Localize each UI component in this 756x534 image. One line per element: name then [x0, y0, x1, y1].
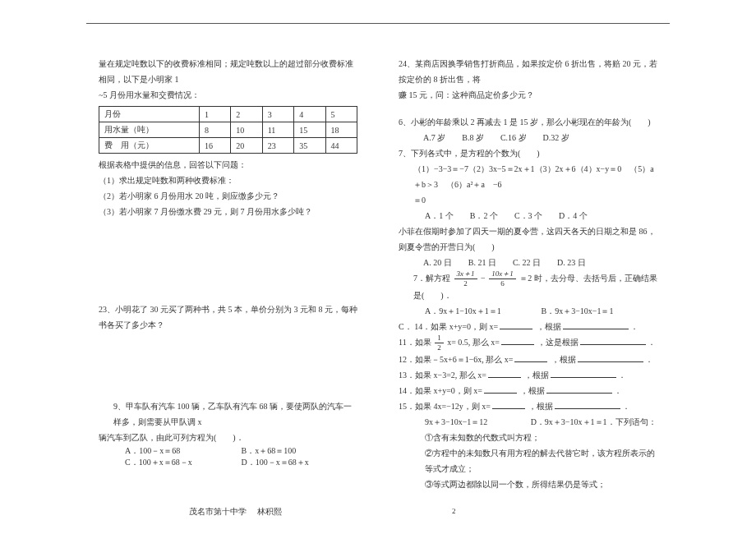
blank	[514, 354, 547, 362]
q24-line2: 赚 15 元，问：这种商品定价多少元？	[399, 87, 657, 103]
q7-items: （1）−3−3＝−7（2）3x−5＝2x＋1（3）2x＋6（4）x−y＝0 （5…	[399, 161, 657, 192]
q14: C． 14．如果 x+y=0，则 x= ，根据．	[399, 319, 657, 334]
th-2: 2	[231, 107, 262, 122]
q23: 23、小明花了 30 元买了两种书，共 5 本，单价分别为 3 元和 8 元，每…	[99, 302, 357, 333]
water-usage-table: 月份 1 2 3 4 5 用水量（吨） 8 10 11 15 18 费 用（元）…	[99, 106, 357, 154]
frac-2: 10x＋1 6	[489, 270, 516, 288]
q7b-opt-b: B．9x＋3−10x−1＝1	[542, 303, 658, 319]
minus: −	[481, 274, 486, 283]
q9-opt-a: A．100－x＝68	[125, 445, 242, 457]
eq-row: 9x＋3−10x−1＝12 D．9x＋3−10x＋1＝1．下列语句：	[399, 414, 657, 430]
footer-teacher: 林积熙	[257, 507, 282, 516]
left-column: 量在规定吨数以下的收费标准相同；规定吨数以上的超过部分收费标准相同，以下是小明家…	[99, 56, 357, 509]
q24-line1: 24、某商店因换季销售打折商品，如果按定价 6 折出售，将赔 20 元，若按定价…	[399, 56, 657, 87]
intro-line-1: 量在规定吨数以下的收费标准相同；规定吨数以上的超过部分收费标准相同，以下是小明家…	[99, 56, 357, 87]
r2c0: 费 用（元）	[99, 138, 200, 154]
q11: 11．如果 1 2 x= 0.5, 那么 x= ，这是根据．	[399, 334, 657, 352]
q9-opt-b: B．x＋68＝100	[242, 445, 358, 457]
q7b: 7．解方程 3x＋1 2 − 10x＋1 6 ＝2 时，去分母、去括号后，正确结…	[399, 270, 657, 303]
sub-q2: （2）若小明家 6 月份用水 20 吨，则应缴多少元？	[99, 188, 357, 204]
right-column: 24、某商店因换季销售打折商品，如果按定价 6 折出售，将赔 20 元，若按定价…	[399, 56, 657, 509]
table-row: 月份 1 2 3 4 5	[99, 107, 357, 122]
frac-half: 1 2	[435, 334, 444, 352]
q6-opts: A.7 岁 B.8 岁 C.16 岁 D.32 岁	[399, 130, 657, 145]
after-table-text: 根据表格中提供的信息，回答以下问题：	[99, 157, 357, 173]
table-row: 费 用（元） 16 20 23 35 44	[99, 138, 357, 154]
frac-1: 3x＋1 2	[454, 270, 477, 288]
blank	[578, 354, 643, 362]
header-divider	[86, 23, 670, 24]
qfei: 小菲在假期时参加了四天一期的夏令营，这四天各天的日期之和是 86，则夏令营的开营…	[399, 223, 657, 255]
blank	[492, 401, 525, 409]
blank	[563, 321, 629, 329]
blank	[488, 370, 521, 378]
q7: 7、下列各式中，是方程的个数为( )	[399, 145, 657, 161]
q9-options: A．100－x＝68 B．x＋68＝100	[99, 445, 357, 457]
blank	[500, 321, 532, 329]
blank	[580, 337, 646, 345]
q9-opt-d: D．100－x＝68＋x	[242, 457, 358, 468]
q9-line2: 辆汽车到乙队，由此可列方程为( )．	[99, 430, 357, 445]
q7b-opts-row1: A．9x＋1−10x＋1＝1 B．9x＋3−10x−1＝1	[399, 303, 657, 319]
q6: 6、小彬的年龄乘以 2 再减去 1 是 15 岁，那么小彬现在的年龄为( )	[399, 114, 657, 130]
blank	[551, 370, 616, 378]
th-1: 1	[199, 107, 230, 122]
q7-opts: A．1 个 B．2 个 C．3 个 D．4 个	[399, 208, 657, 223]
th-month: 月份	[99, 107, 200, 122]
q14b: 14．如果 x+y=0，则 x= ，根据．	[399, 383, 657, 398]
q15: 15．如果 4x=−12y，则 x= ，根据．	[399, 398, 657, 414]
stmt-2: ②方程中的未知数只有用方程的解去代替它时，该方程所表示的等式才成立；	[399, 445, 657, 476]
q9-options-2: C．100＋x＝68－x D．100－x＝68＋x	[99, 457, 357, 468]
blank	[501, 337, 534, 345]
page-number: 2	[452, 507, 456, 515]
sub-q3: （3）若小明家 7 月份缴水费 29 元，则 7 月份用水多少吨？	[99, 204, 357, 219]
intro-line-2: ~5 月份用水量和交费情况：	[99, 87, 357, 103]
q7b-opt-a: A．9x＋1−10x＋1＝1	[425, 303, 542, 319]
qfei-opts: A. 20 日 B. 21 日 C. 22 日 D. 23 日	[399, 255, 657, 270]
eq-d: D．9x＋3−10x＋1＝1．下列语句：	[531, 414, 657, 430]
q7b-prefix: 7．解方程	[413, 274, 450, 283]
q7-eq0: ＝0	[399, 192, 657, 208]
footer-credits: 茂名市第十中学 林积熙	[189, 506, 282, 518]
eq-c: 9x＋3−10x−1＝12	[425, 414, 531, 430]
footer-school: 茂名市第十中学	[189, 507, 247, 516]
table-row: 用水量（吨） 8 10 11 15 18	[99, 122, 357, 138]
blank	[484, 385, 517, 394]
blank	[546, 385, 612, 394]
th-3: 3	[262, 107, 293, 122]
q9-line1: 9、甲车队有汽车 100 辆，乙车队有汽车 68 辆，要使两队的汽车一样多，则需…	[99, 398, 357, 430]
blank	[555, 401, 620, 409]
th-5: 5	[325, 107, 357, 122]
r1c0: 用水量（吨）	[99, 122, 200, 138]
stmt-3: ③等式两边都除以同一个数，所得结果仍是等式；	[399, 476, 657, 492]
q12: 12．如果－5x+6＝1−6x, 那么 x= ，根据．	[399, 352, 657, 367]
q14-text: 14．如果 x+y=0，则 x=	[414, 322, 498, 331]
page-content: 量在规定吨数以下的收费标准相同；规定吨数以上的超过部分收费标准相同，以下是小明家…	[99, 56, 657, 509]
q7b-suffix: ＝2 时，去分母、去括号后，正确结果是( )．	[413, 274, 657, 300]
q13: 13．如果 x−3=2, 那么 x= ，根据．	[399, 367, 657, 383]
q9-opt-c: C．100＋x＝68－x	[125, 457, 242, 468]
q7b-c-prefix: C．	[399, 322, 413, 331]
th-4: 4	[294, 107, 325, 122]
stmt-1: ①含有未知数的代数式叫方程；	[399, 430, 657, 445]
sub-q1: （1）求出规定吨数和两种收费标准：	[99, 173, 357, 188]
